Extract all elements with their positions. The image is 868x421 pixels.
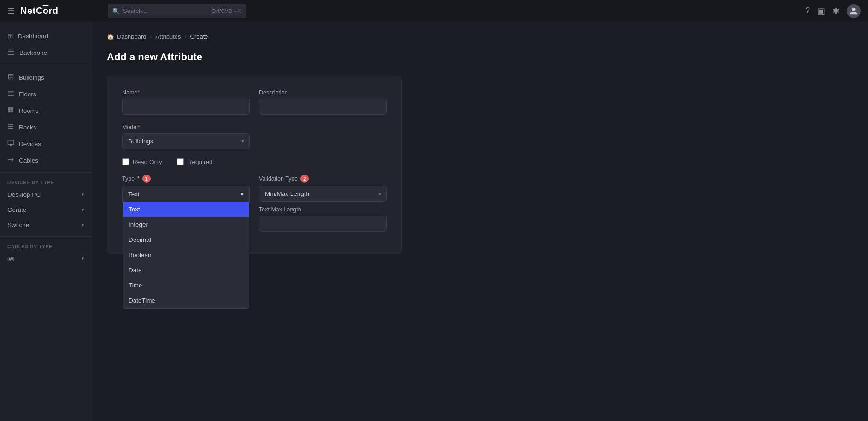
- floors-icon: [7, 90, 14, 98]
- search-icon: 🔍: [112, 7, 120, 14]
- sidebar-item-devices[interactable]: Devices: [0, 135, 92, 152]
- breadcrumb-attributes[interactable]: Attributes: [156, 33, 181, 40]
- brand-logo: NetCord: [20, 6, 58, 16]
- sidebar-item-label: Geräte: [7, 206, 26, 213]
- breadcrumb-sep-1: ›: [150, 34, 152, 40]
- dashboard-icon: ⊞: [7, 32, 13, 40]
- type-dropdown[interactable]: Text ▾ Text Integer Decimal Boolean Date…: [122, 186, 250, 202]
- model-label: Model*: [122, 124, 250, 130]
- type-label: Type: [122, 175, 135, 182]
- type-dropdown-list: Text Integer Decimal Boolean Date Time D…: [123, 202, 249, 309]
- description-label: Description: [259, 89, 387, 96]
- type-selected-value: Text: [128, 191, 140, 198]
- dropdown-option-decimal[interactable]: Decimal: [123, 232, 249, 247]
- svg-rect-10: [8, 128, 13, 129]
- text-max-length-label: Text Max Length: [259, 206, 387, 213]
- dropdown-option-datetime[interactable]: DateTime: [123, 293, 249, 308]
- dropdown-option-integer[interactable]: Integer: [123, 217, 249, 232]
- help-icon[interactable]: ?: [805, 6, 810, 16]
- type-group: Type * 1 Text ▾ Text Integer Decimal Boo…: [122, 175, 250, 232]
- sidebar-divider-3: [0, 236, 92, 237]
- sidebar-item-label: Desktop PC: [7, 191, 41, 198]
- chevron-down-icon: ▾: [82, 222, 84, 228]
- validation-type-select[interactable]: Min/Max Length Regex None: [259, 186, 387, 202]
- read-only-checkbox-item[interactable]: Read Only: [122, 158, 162, 165]
- name-label: Name*: [122, 89, 250, 96]
- rooms-icon: [7, 106, 14, 115]
- svg-rect-7: [8, 95, 14, 96]
- sidebar-divider: [0, 65, 92, 65]
- sidebar-item-dashboard[interactable]: ⊞ Dashboard: [0, 28, 92, 44]
- sidebar-item-label: Floors: [19, 91, 36, 98]
- name-input[interactable]: [122, 99, 250, 115]
- sidebar-item-cables[interactable]: Cables: [0, 152, 92, 169]
- search-bar: 🔍 Ctrl/CMD + K: [108, 4, 246, 18]
- required-checkbox-item[interactable]: Required: [177, 158, 213, 165]
- chevron-down-icon: ▾: [82, 192, 84, 198]
- search-shortcut: Ctrl/CMD + K: [211, 8, 241, 14]
- breadcrumb-current: Create: [190, 33, 208, 40]
- validation-label-row: Validation Type 2: [259, 175, 387, 183]
- model-group: Model* Buildings Floors Rooms Racks Devi…: [122, 124, 250, 149]
- svg-rect-2: [8, 53, 14, 53]
- sidebar-item-label: Backbone: [19, 49, 47, 56]
- racks-icon: [7, 123, 14, 131]
- terminal-icon[interactable]: ▣: [817, 6, 825, 16]
- cables-by-type-section: CABLES BY TYPE: [0, 240, 92, 251]
- svg-rect-5: [8, 93, 14, 93]
- validation-type-group: Validation Type 2 Min/Max Length Regex N…: [259, 175, 387, 232]
- sidebar-item-floors[interactable]: Floors: [0, 86, 92, 102]
- sidebar-item-buildings[interactable]: Buildings: [0, 69, 92, 86]
- model-row: Model* Buildings Floors Rooms Racks Devi…: [122, 124, 387, 149]
- text-max-length-group: Text Max Length: [259, 206, 387, 232]
- sidebar-item-rooms[interactable]: Rooms: [0, 102, 92, 119]
- description-group: Description: [259, 89, 387, 115]
- description-input[interactable]: [259, 99, 387, 115]
- sidebar: ⊞ Dashboard Backbone Buildings Floors Ro: [0, 22, 92, 421]
- main-content: 🏠 Dashboard › Attributes › Create Add a …: [92, 22, 868, 421]
- name-group: Name*: [122, 89, 250, 115]
- type-dropdown-selected[interactable]: Text ▾: [123, 186, 249, 202]
- dropdown-option-date[interactable]: Date: [123, 263, 249, 278]
- text-max-length-input[interactable]: [259, 216, 387, 232]
- menu-icon[interactable]: ☰: [7, 6, 15, 16]
- breadcrumb: 🏠 Dashboard › Attributes › Create: [107, 33, 853, 40]
- breadcrumb-dashboard: Dashboard: [117, 33, 147, 40]
- sidebar-item-label: Racks: [19, 124, 36, 131]
- svg-rect-8: [8, 124, 13, 125]
- required-checkbox[interactable]: [177, 158, 184, 165]
- user-avatar[interactable]: [847, 4, 861, 18]
- type-req: *: [137, 175, 140, 182]
- svg-rect-3: [8, 54, 14, 55]
- cables-icon: [7, 156, 14, 164]
- sidebar-item-desktop-pc[interactable]: Desktop PC ▾: [0, 187, 92, 202]
- sidebar-item-backbone[interactable]: Backbone: [0, 44, 92, 61]
- svg-rect-9: [8, 126, 13, 127]
- name-description-row: Name* Description: [122, 89, 387, 115]
- read-only-checkbox[interactable]: [122, 158, 129, 165]
- read-only-label: Read Only: [133, 158, 162, 165]
- form-card: Name* Description Model* Buildings Floor…: [107, 76, 402, 254]
- devices-by-type-section: DEVICES BY TYPE: [0, 176, 92, 187]
- sidebar-item-label: lwl: [7, 255, 15, 262]
- backbone-icon: [7, 48, 15, 57]
- settings-icon[interactable]: ✱: [833, 6, 839, 16]
- svg-rect-0: [8, 50, 14, 50]
- validation-type-label: Validation Type: [259, 175, 298, 182]
- sidebar-item-racks[interactable]: Racks: [0, 119, 92, 135]
- topbar-right: ? ▣ ✱: [805, 4, 861, 18]
- model-spacer: [259, 124, 387, 149]
- model-select[interactable]: Buildings Floors Rooms Racks Devices Cab…: [122, 133, 250, 149]
- devices-icon: [7, 140, 14, 148]
- sidebar-item-switche[interactable]: Switche ▾: [0, 217, 92, 233]
- dropdown-option-time[interactable]: Time: [123, 278, 249, 293]
- sidebar-item-geraete[interactable]: Geräte ▾: [0, 202, 92, 217]
- svg-rect-4: [8, 91, 14, 92]
- dropdown-option-boolean[interactable]: Boolean: [123, 247, 249, 263]
- sidebar-item-lwl[interactable]: lwl ▾: [0, 251, 92, 266]
- breadcrumb-home[interactable]: 🏠 Dashboard: [107, 33, 147, 40]
- svg-rect-6: [8, 94, 14, 94]
- svg-rect-1: [8, 51, 14, 52]
- sidebar-item-label: Devices: [19, 140, 41, 147]
- dropdown-option-text[interactable]: Text: [123, 202, 249, 217]
